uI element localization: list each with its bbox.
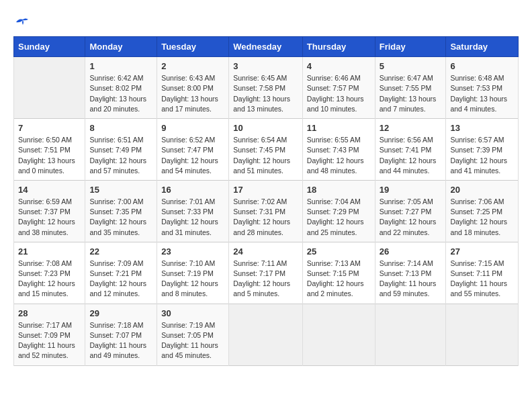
calendar-cell: 6Sunrise: 6:48 AM Sunset: 7:53 PM Daylig… [446, 57, 519, 119]
day-info: Sunrise: 7:13 AM Sunset: 7:15 PM Dayligh… [307, 259, 371, 300]
day-number: 18 [307, 185, 371, 195]
day-number: 7 [18, 123, 81, 133]
calendar-cell: 3Sunrise: 6:45 AM Sunset: 7:58 PM Daylig… [229, 57, 303, 119]
day-info: Sunrise: 6:56 AM Sunset: 7:41 PM Dayligh… [380, 135, 442, 176]
day-info: Sunrise: 6:47 AM Sunset: 7:55 PM Dayligh… [380, 73, 442, 114]
day-info: Sunrise: 7:17 AM Sunset: 7:09 PM Dayligh… [18, 320, 81, 361]
weekday-header-wednesday: Wednesday [229, 37, 303, 57]
logo-bird-icon [15, 17, 30, 28]
logo-text [13, 13, 30, 30]
calendar-week-row: 28Sunrise: 7:17 AM Sunset: 7:09 PM Dayli… [14, 304, 519, 365]
calendar-cell: 10Sunrise: 6:54 AM Sunset: 7:45 PM Dayli… [229, 119, 303, 181]
day-info: Sunrise: 6:55 AM Sunset: 7:43 PM Dayligh… [307, 135, 371, 176]
day-number: 3 [233, 61, 298, 71]
day-number: 17 [233, 185, 298, 195]
day-number: 1 [89, 61, 152, 71]
calendar-cell: 21Sunrise: 7:08 AM Sunset: 7:23 PM Dayli… [14, 242, 85, 304]
day-info: Sunrise: 6:46 AM Sunset: 7:57 PM Dayligh… [307, 73, 371, 114]
day-info: Sunrise: 6:48 AM Sunset: 7:53 PM Dayligh… [450, 73, 514, 114]
calendar-cell: 8Sunrise: 6:51 AM Sunset: 7:49 PM Daylig… [85, 119, 157, 181]
day-number: 28 [18, 308, 81, 318]
calendar-cell: 4Sunrise: 6:46 AM Sunset: 7:57 PM Daylig… [302, 57, 375, 119]
calendar-cell: 25Sunrise: 7:13 AM Sunset: 7:15 PM Dayli… [302, 242, 375, 304]
day-info: Sunrise: 6:57 AM Sunset: 7:39 PM Dayligh… [450, 135, 514, 176]
weekday-header-tuesday: Tuesday [157, 37, 229, 57]
calendar-cell: 9Sunrise: 6:52 AM Sunset: 7:47 PM Daylig… [157, 119, 229, 181]
weekday-row: SundayMondayTuesdayWednesdayThursdayFrid… [14, 37, 519, 57]
calendar-cell: 11Sunrise: 6:55 AM Sunset: 7:43 PM Dayli… [302, 119, 375, 181]
calendar-cell: 13Sunrise: 6:57 AM Sunset: 7:39 PM Dayli… [446, 119, 519, 181]
weekday-header-friday: Friday [375, 37, 446, 57]
day-number: 2 [161, 61, 224, 71]
day-info: Sunrise: 7:02 AM Sunset: 7:31 PM Dayligh… [233, 197, 298, 238]
day-info: Sunrise: 7:08 AM Sunset: 7:23 PM Dayligh… [18, 259, 81, 300]
day-info: Sunrise: 7:10 AM Sunset: 7:19 PM Dayligh… [161, 259, 224, 300]
calendar-cell: 26Sunrise: 7:14 AM Sunset: 7:13 PM Dayli… [375, 242, 446, 304]
day-info: Sunrise: 6:45 AM Sunset: 7:58 PM Dayligh… [233, 73, 298, 114]
day-number: 30 [161, 308, 224, 318]
day-info: Sunrise: 7:09 AM Sunset: 7:21 PM Dayligh… [89, 259, 152, 300]
calendar-cell: 22Sunrise: 7:09 AM Sunset: 7:21 PM Dayli… [85, 242, 157, 304]
day-number: 19 [380, 185, 442, 195]
day-info: Sunrise: 6:50 AM Sunset: 7:51 PM Dayligh… [18, 135, 81, 176]
day-info: Sunrise: 7:11 AM Sunset: 7:17 PM Dayligh… [233, 259, 298, 300]
calendar-body: 1Sunrise: 6:42 AM Sunset: 8:02 PM Daylig… [14, 57, 519, 365]
calendar-cell: 15Sunrise: 7:00 AM Sunset: 7:35 PM Dayli… [85, 180, 157, 242]
day-number: 23 [161, 246, 224, 257]
calendar-cell: 30Sunrise: 7:19 AM Sunset: 7:05 PM Dayli… [157, 304, 229, 365]
calendar-week-row: 7Sunrise: 6:50 AM Sunset: 7:51 PM Daylig… [14, 119, 519, 181]
calendar-cell: 19Sunrise: 7:05 AM Sunset: 7:27 PM Dayli… [375, 180, 446, 242]
day-info: Sunrise: 7:06 AM Sunset: 7:25 PM Dayligh… [450, 197, 514, 238]
calendar-cell: 24Sunrise: 7:11 AM Sunset: 7:17 PM Dayli… [229, 242, 303, 304]
calendar-cell: 18Sunrise: 7:04 AM Sunset: 7:29 PM Dayli… [302, 180, 375, 242]
calendar-cell [14, 57, 85, 119]
calendar-cell: 28Sunrise: 7:17 AM Sunset: 7:09 PM Dayli… [14, 304, 85, 365]
day-number: 11 [307, 123, 371, 133]
day-number: 29 [89, 308, 152, 318]
day-info: Sunrise: 7:01 AM Sunset: 7:33 PM Dayligh… [161, 197, 224, 238]
day-info: Sunrise: 7:00 AM Sunset: 7:35 PM Dayligh… [89, 197, 152, 238]
day-info: Sunrise: 6:42 AM Sunset: 8:02 PM Dayligh… [89, 73, 152, 114]
calendar-cell: 20Sunrise: 7:06 AM Sunset: 7:25 PM Dayli… [446, 180, 519, 242]
calendar-cell: 17Sunrise: 7:02 AM Sunset: 7:31 PM Dayli… [229, 180, 303, 242]
calendar-header: SundayMondayTuesdayWednesdayThursdayFrid… [14, 37, 519, 57]
page-header [13, 13, 519, 30]
calendar-week-row: 14Sunrise: 6:59 AM Sunset: 7:37 PM Dayli… [14, 180, 519, 242]
calendar-table: SundayMondayTuesdayWednesdayThursdayFrid… [13, 36, 519, 365]
day-info: Sunrise: 6:54 AM Sunset: 7:45 PM Dayligh… [233, 135, 298, 176]
day-number: 14 [18, 185, 81, 195]
calendar-cell: 27Sunrise: 7:15 AM Sunset: 7:11 PM Dayli… [446, 242, 519, 304]
weekday-header-sunday: Sunday [14, 37, 85, 57]
calendar-week-row: 21Sunrise: 7:08 AM Sunset: 7:23 PM Dayli… [14, 242, 519, 304]
day-info: Sunrise: 7:05 AM Sunset: 7:27 PM Dayligh… [380, 197, 442, 238]
calendar-cell [302, 304, 375, 365]
day-number: 16 [161, 185, 224, 195]
calendar-cell [375, 304, 446, 365]
day-number: 26 [380, 246, 442, 257]
calendar-cell: 29Sunrise: 7:18 AM Sunset: 7:07 PM Dayli… [85, 304, 157, 365]
day-number: 15 [89, 185, 152, 195]
day-number: 10 [233, 123, 298, 133]
day-number: 5 [380, 61, 442, 71]
day-info: Sunrise: 7:14 AM Sunset: 7:13 PM Dayligh… [380, 259, 442, 300]
day-number: 12 [380, 123, 442, 133]
calendar-cell: 23Sunrise: 7:10 AM Sunset: 7:19 PM Dayli… [157, 242, 229, 304]
day-info: Sunrise: 6:59 AM Sunset: 7:37 PM Dayligh… [18, 197, 81, 238]
calendar-cell: 7Sunrise: 6:50 AM Sunset: 7:51 PM Daylig… [14, 119, 85, 181]
weekday-header-thursday: Thursday [302, 37, 375, 57]
day-number: 21 [18, 246, 81, 257]
day-number: 4 [307, 61, 371, 71]
day-number: 9 [161, 123, 224, 133]
day-number: 20 [450, 185, 514, 195]
day-info: Sunrise: 6:52 AM Sunset: 7:47 PM Dayligh… [161, 135, 224, 176]
calendar-cell: 12Sunrise: 6:56 AM Sunset: 7:41 PM Dayli… [375, 119, 446, 181]
day-number: 6 [450, 61, 514, 71]
calendar-cell: 2Sunrise: 6:43 AM Sunset: 8:00 PM Daylig… [157, 57, 229, 119]
calendar-cell: 14Sunrise: 6:59 AM Sunset: 7:37 PM Dayli… [14, 180, 85, 242]
logo [13, 13, 30, 30]
calendar-cell: 16Sunrise: 7:01 AM Sunset: 7:33 PM Dayli… [157, 180, 229, 242]
day-number: 22 [89, 246, 152, 257]
day-info: Sunrise: 7:19 AM Sunset: 7:05 PM Dayligh… [161, 320, 224, 361]
calendar-cell [446, 304, 519, 365]
day-number: 27 [450, 246, 514, 257]
